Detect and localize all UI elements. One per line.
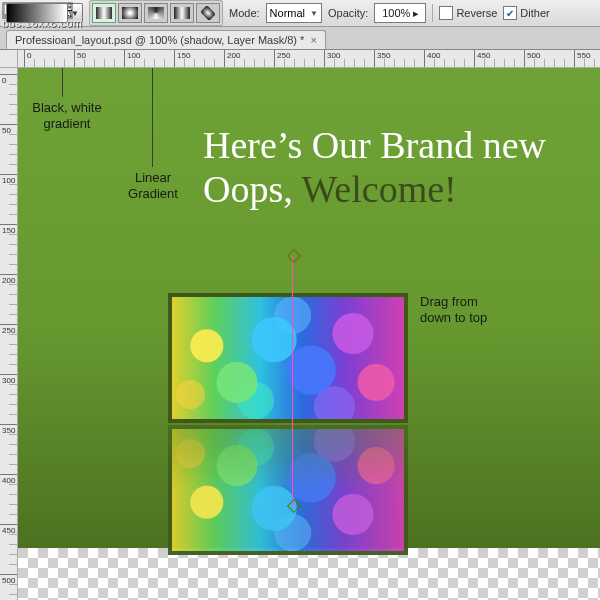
- annotation-black-white-gradient: Black, white gradient: [22, 100, 112, 131]
- gradient-radial-icon: [122, 7, 138, 19]
- close-icon[interactable]: ×: [310, 34, 316, 46]
- document-tab-bar: Professioanl_layout.psd @ 100% (shadow, …: [0, 27, 600, 50]
- separator: [432, 4, 433, 22]
- opacity-flyout-icon[interactable]: ▸: [410, 7, 422, 20]
- mode-label: Mode:: [229, 7, 260, 19]
- gradient-drag-indicator: [292, 256, 293, 506]
- gradient-linear-button[interactable]: [92, 3, 116, 23]
- bokeh-group: [168, 293, 408, 555]
- gradient-reflected-icon: [174, 7, 190, 19]
- document-tab-title: Professioanl_layout.psd @ 100% (shadow, …: [15, 34, 304, 46]
- reverse-checkbox-label: Reverse: [456, 7, 497, 19]
- annotation-linear-gradient: Linear Gradient: [118, 170, 188, 201]
- canvas[interactable]: Here’s Our Brand new Oops, Welcome! Blac…: [18, 68, 600, 600]
- options-bar: ▼ Mode: Normal Opacity: 100% ▸ Reverse ✔…: [0, 0, 600, 27]
- opacity-input[interactable]: 100% ▸: [374, 3, 426, 23]
- opacity-value: 100%: [382, 7, 410, 19]
- headline-line2a: Oops,: [203, 168, 302, 210]
- headline-line1: Here’s Our Brand new: [203, 124, 546, 168]
- reverse-checkbox-box: [439, 6, 453, 20]
- gradient-radial-button[interactable]: [118, 3, 142, 23]
- ruler-vertical[interactable]: [0, 68, 18, 600]
- gradient-swatch[interactable]: [6, 3, 68, 23]
- annotation-drag-direction: Drag from down to top: [420, 294, 520, 325]
- gradient-diamond-icon: [200, 5, 216, 21]
- gradient-reflected-button[interactable]: [170, 3, 194, 23]
- dither-checkbox[interactable]: ✔ Dither: [503, 6, 549, 20]
- headline-text: Here’s Our Brand new Oops, Welcome!: [203, 124, 546, 211]
- mode-select-value: Normal: [270, 7, 305, 19]
- document-tab[interactable]: Professioanl_layout.psd @ 100% (shadow, …: [6, 30, 326, 49]
- workspace: Here’s Our Brand new Oops, Welcome! Blac…: [0, 50, 600, 600]
- opacity-label: Opacity:: [328, 7, 368, 19]
- gradient-type-group: [89, 0, 223, 26]
- dither-checkbox-box: ✔: [503, 6, 517, 20]
- gradient-angle-icon: [148, 7, 164, 19]
- reverse-checkbox[interactable]: Reverse: [439, 6, 497, 20]
- headline-line2b: Welcome!: [302, 168, 457, 210]
- ruler-origin[interactable]: [0, 50, 18, 68]
- gradient-angle-button[interactable]: [144, 3, 168, 23]
- bokeh-tile-bottom: [168, 425, 408, 555]
- mode-select[interactable]: Normal: [266, 3, 322, 23]
- gradient-linear-icon: [96, 7, 112, 19]
- bokeh-tile-top: [168, 293, 408, 423]
- ruler-horizontal[interactable]: [18, 50, 600, 68]
- gradient-diamond-button[interactable]: [196, 3, 220, 23]
- dither-checkbox-label: Dither: [520, 7, 549, 19]
